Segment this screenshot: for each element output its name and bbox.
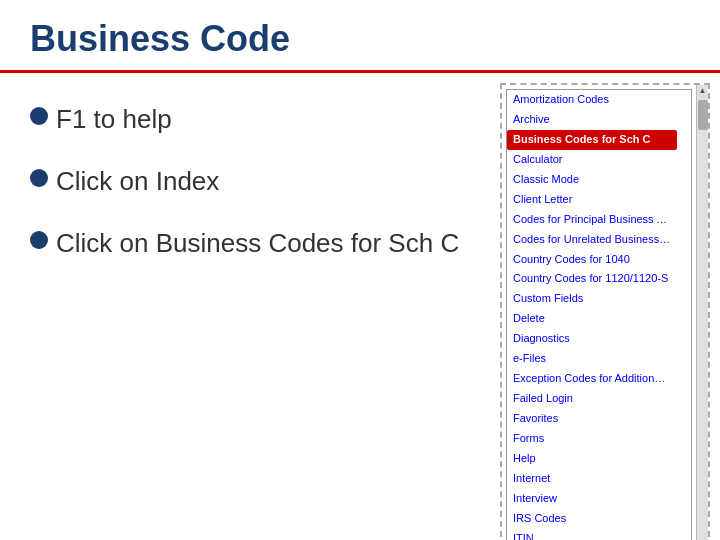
menu-item-m3[interactable]: Business Codes for Sch C (507, 130, 677, 150)
left-panel: F1 to help Click on Index Click on Busin… (0, 73, 500, 540)
scrollbar-track[interactable]: ▲ ▼ (696, 85, 708, 540)
bullet-item-1: F1 to help (30, 103, 470, 137)
menu-item-m4[interactable]: Calculator (507, 150, 677, 170)
title-area: Business Code (0, 0, 720, 73)
menu-item-m16[interactable]: Failed Login (507, 389, 677, 409)
menu-item-m15[interactable]: Exception Codes for Additional Ta (507, 369, 677, 389)
bullet-item-2: Click on Index (30, 165, 470, 199)
bullet-dot-2 (30, 169, 48, 187)
menu-item-m1[interactable]: Amortization Codes (507, 90, 677, 110)
menu-item-m22[interactable]: IRS Codes (507, 509, 677, 529)
content-area: F1 to help Click on Index Click on Busin… (0, 73, 720, 540)
scrollbar-thumb (698, 100, 708, 130)
menu-wrapper: Amortization CodesArchiveBusiness Codes … (502, 85, 708, 540)
bullet-text-2: Click on Index (56, 165, 219, 199)
menu-list[interactable]: Amortization CodesArchiveBusiness Codes … (506, 89, 692, 540)
menu-item-m14[interactable]: e-Files (507, 349, 677, 369)
menu-item-m20[interactable]: Internet (507, 469, 677, 489)
menu-item-m21[interactable]: Interview (507, 489, 677, 509)
right-panel: Amortization CodesArchiveBusiness Codes … (500, 73, 720, 540)
menu-item-m8[interactable]: Codes for Unrelated Business Act (507, 230, 677, 250)
menu-item-m9[interactable]: Country Codes for 1040 (507, 250, 677, 270)
menu-item-m2[interactable]: Archive (507, 110, 677, 130)
bullet-dot-3 (30, 231, 48, 249)
menu-item-m19[interactable]: Help (507, 449, 677, 469)
page-title: Business Code (30, 18, 690, 60)
menu-item-m5[interactable]: Classic Mode (507, 170, 677, 190)
menu-item-m17[interactable]: Favorites (507, 409, 677, 429)
menu-item-m13[interactable]: Diagnostics (507, 329, 677, 349)
menu-item-m6[interactable]: Client Letter (507, 190, 677, 210)
slide: Business Code F1 to help Click on Index … (0, 0, 720, 540)
menu-item-m12[interactable]: Delete (507, 309, 677, 329)
menu-item-m23[interactable]: ITIN (507, 529, 677, 540)
menu-item-m7[interactable]: Codes for Principal Business Acti (507, 210, 677, 230)
menu-item-m11[interactable]: Custom Fields (507, 289, 677, 309)
bullet-item-3: Click on Business Codes for Sch C (30, 227, 470, 261)
menu-list-inner: Amortization CodesArchiveBusiness Codes … (507, 90, 691, 540)
bullet-text-3: Click on Business Codes for Sch C (56, 227, 459, 261)
scroll-up-icon[interactable]: ▲ (698, 85, 708, 96)
bullet-text-1: F1 to help (56, 103, 172, 137)
menu-item-m10[interactable]: Country Codes for 1120/1120-S (507, 269, 677, 289)
software-window: Amortization CodesArchiveBusiness Codes … (500, 83, 710, 540)
menu-item-m18[interactable]: Forms (507, 429, 677, 449)
bullet-dot-1 (30, 107, 48, 125)
